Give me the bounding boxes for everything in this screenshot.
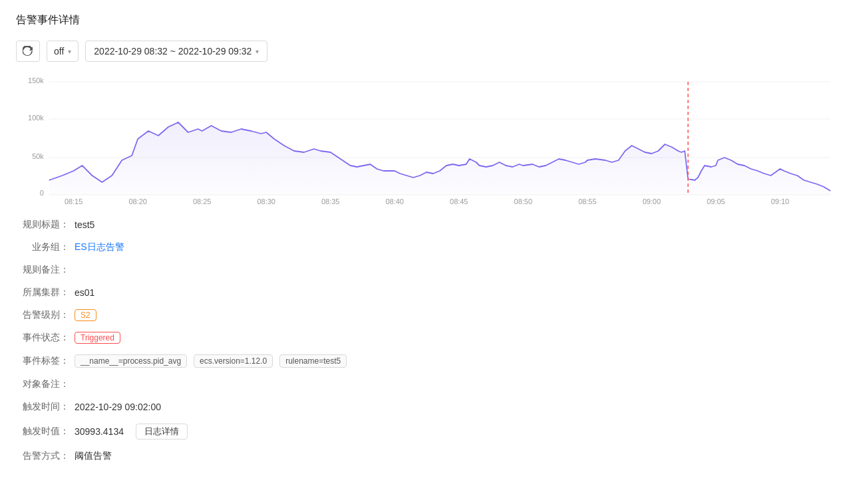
y-label-150k: 150k: [28, 76, 44, 84]
x-label-0815: 08:15: [65, 197, 83, 205]
trigger-time-value: 2022-10-29 09:02:00: [75, 402, 161, 412]
date-range-value: 2022-10-29 08:32 ~ 2022-10-29 09:32: [94, 46, 252, 57]
refresh-button[interactable]: [16, 41, 40, 62]
log-detail-button[interactable]: 日志详情: [136, 424, 188, 440]
trigger-time-row: 触发时间： 2022-10-29 09:02:00: [16, 401, 837, 413]
rule-title-value: test5: [75, 219, 94, 230]
event-tag-2: rulename=test5: [279, 354, 347, 368]
rule-note-label: 规则备注：: [16, 264, 69, 276]
chart-area-fill: [49, 122, 830, 195]
trigger-value-label: 触发时值：: [16, 426, 69, 438]
chevron-down-icon: ▾: [68, 48, 71, 55]
chevron-down-icon: ▾: [256, 48, 259, 55]
info-section: 规则标题： test5 业务组： ES日志告警 规则备注： 所属集群： es01…: [16, 219, 837, 462]
off-dropdown[interactable]: off ▾: [47, 41, 79, 62]
cluster-value: es01: [75, 287, 94, 298]
x-label-0845: 08:45: [450, 197, 468, 205]
x-label-0820: 08:20: [128, 197, 146, 205]
event-tag-0: __name__=process.pid_avg: [75, 354, 187, 368]
alert-level-badge: S2: [75, 309, 96, 321]
date-range-picker[interactable]: 2022-10-29 08:32 ~ 2022-10-29 09:32 ▾: [85, 41, 267, 62]
trigger-time-label: 触发时间：: [16, 401, 69, 413]
x-label-0840: 08:40: [386, 197, 404, 205]
object-note-row: 对象备注：: [16, 378, 837, 390]
y-label-50k: 50k: [32, 152, 44, 160]
x-label-0830: 08:30: [257, 197, 275, 205]
alert-level-label: 告警级别：: [16, 309, 69, 321]
alert-level-row: 告警级别： S2: [16, 309, 837, 321]
rule-title-label: 规则标题：: [16, 219, 69, 231]
rule-note-row: 规则备注：: [16, 264, 837, 276]
cluster-row: 所属集群： es01: [16, 287, 837, 299]
trigger-value-value: 30993.4134: [75, 426, 124, 437]
alert-method-label: 告警方式：: [16, 450, 69, 462]
y-label-100k: 100k: [28, 114, 44, 122]
alert-method-value: 阈值告警: [75, 450, 112, 462]
x-label-0900: 09:00: [643, 197, 661, 205]
x-label-0910: 09:10: [771, 197, 789, 205]
event-tags-label: 事件标签：: [16, 355, 69, 367]
event-tags-container: __name__=process.pid_avg ecs.version=1.1…: [75, 354, 351, 368]
cluster-label: 所属集群：: [16, 287, 69, 299]
event-status-badge: Triggered: [75, 332, 120, 344]
biz-group-label: 业务组：: [16, 241, 69, 253]
chart-area: 150k 100k 50k 0 08:15 08:20 08:25 08:30 …: [16, 72, 837, 205]
biz-group-value[interactable]: ES日志告警: [75, 241, 124, 253]
toolbar: off ▾ 2022-10-29 08:32 ~ 2022-10-29 09:3…: [16, 41, 837, 62]
biz-group-row: 业务组： ES日志告警: [16, 241, 837, 253]
trigger-value-row: 触发时值： 30993.4134 日志详情: [16, 424, 837, 440]
event-status-row: 事件状态： Triggered: [16, 332, 837, 344]
x-label-0850: 08:50: [514, 197, 532, 205]
line-chart: 150k 100k 50k 0 08:15 08:20 08:25 08:30 …: [16, 72, 837, 205]
x-label-0855: 08:55: [578, 197, 596, 205]
event-tag-1: ecs.version=1.12.0: [194, 354, 273, 368]
object-note-label: 对象备注：: [16, 378, 69, 390]
off-label: off: [54, 46, 64, 57]
y-label-0: 0: [40, 189, 44, 197]
event-tags-row: 事件标签： __name__=process.pid_avg ecs.versi…: [16, 354, 837, 368]
refresh-icon: [23, 46, 33, 57]
rule-title-row: 规则标题： test5: [16, 219, 837, 231]
alert-method-row: 告警方式： 阈值告警: [16, 450, 837, 462]
x-label-0835: 08:35: [321, 197, 339, 205]
event-status-label: 事件状态：: [16, 332, 69, 344]
x-label-0825: 08:25: [193, 197, 211, 205]
page-title: 告警事件详情: [16, 13, 837, 27]
x-label-0905: 09:05: [707, 197, 725, 205]
